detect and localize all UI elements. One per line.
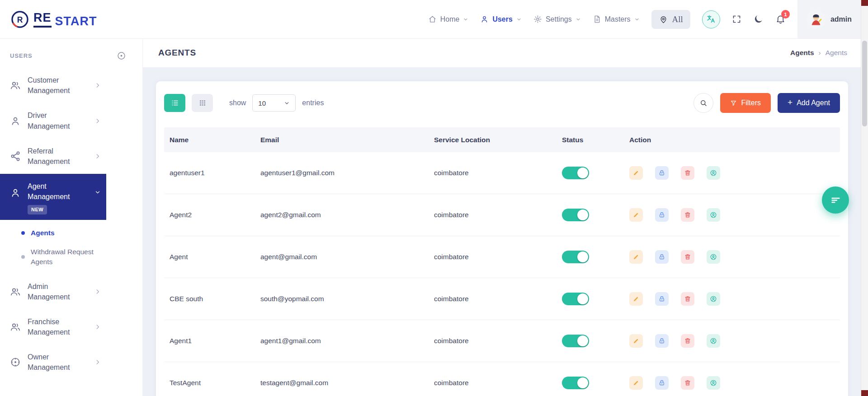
status-toggle[interactable] <box>562 335 589 347</box>
lock-button[interactable] <box>655 334 669 348</box>
filters-button[interactable]: Filters <box>720 93 771 113</box>
cell-name: TestAgent <box>164 379 255 387</box>
agent-profile-button[interactable] <box>707 334 720 348</box>
fullscreen-icon <box>732 14 741 24</box>
nav-settings[interactable]: Settings <box>533 15 581 23</box>
search-button[interactable] <box>693 93 713 113</box>
edit-button[interactable] <box>629 166 643 180</box>
agent-profile-button[interactable] <box>707 376 720 390</box>
sidebar-item-text: Agent Management <box>28 182 70 200</box>
breadcrumb-separator-icon: › <box>819 49 821 57</box>
location-filter-pill[interactable]: All <box>651 10 690 29</box>
sidebar-item-driver-management[interactable]: Driver Management <box>0 103 106 138</box>
status-toggle[interactable] <box>562 377 589 389</box>
cell-email: agent@gmail.com <box>255 253 429 261</box>
edit-button[interactable] <box>629 292 643 306</box>
sidebar-item-admin-management[interactable]: Admin Management <box>0 274 106 309</box>
add-agent-button[interactable]: + Add Agent <box>778 93 840 113</box>
user-circle-icon <box>710 295 717 303</box>
chevron-right-icon <box>94 82 101 89</box>
nav-masters[interactable]: Masters <box>593 15 640 23</box>
topbar: R RE START Home Users Settings <box>0 0 861 38</box>
sidebar-item-franchise-management[interactable]: Franchise Management <box>0 309 106 345</box>
sidebar-item-owner-management[interactable]: Owner Management <box>0 345 106 380</box>
status-toggle[interactable] <box>562 251 589 263</box>
pencil-icon <box>632 337 640 345</box>
delete-button[interactable] <box>681 292 694 306</box>
lock-icon <box>658 253 665 261</box>
lock-button[interactable] <box>655 250 669 264</box>
fullscreen-button[interactable] <box>732 14 741 24</box>
agent-profile-button[interactable] <box>707 208 720 222</box>
cell-service-location: coimbatore <box>429 295 557 303</box>
brand-logo[interactable]: R RE START <box>0 9 143 29</box>
scrollbar-up-arrow[interactable] <box>861 0 868 6</box>
brand-text-re: RE <box>33 11 52 28</box>
nav-home[interactable]: Home <box>428 15 469 23</box>
list-view-button[interactable] <box>164 94 185 112</box>
status-toggle[interactable] <box>562 209 589 221</box>
lock-button[interactable] <box>655 376 669 390</box>
sidebar-item-label: Driver Management <box>28 110 82 131</box>
sidebar-subitem-withdrawal-request-agents[interactable]: Withdrawal Request Agents <box>0 242 142 271</box>
sidebar-section-header: USERS <box>0 38 142 68</box>
sidebar-item-customer-management[interactable]: Customer Management <box>0 68 106 103</box>
status-toggle[interactable] <box>562 167 589 179</box>
sidebar-item-referral-management[interactable]: Referral Management <box>0 139 106 174</box>
sidebar-subitem-agents[interactable]: Agents <box>0 224 142 242</box>
pencil-icon <box>632 169 640 177</box>
nav-users[interactable]: Users <box>480 15 521 23</box>
edit-button[interactable] <box>629 376 643 390</box>
brand-roundel-letter: R <box>17 15 23 24</box>
notifications-button[interactable]: 1 <box>775 14 786 24</box>
scrollbar-thumb[interactable] <box>862 41 867 126</box>
delete-button[interactable] <box>681 166 694 180</box>
scrollbar-down-arrow[interactable] <box>861 390 868 396</box>
agent-profile-button[interactable] <box>707 250 720 264</box>
lock-icon <box>658 379 665 387</box>
agent-profile-button[interactable] <box>707 166 720 180</box>
lock-button[interactable] <box>655 292 669 306</box>
delete-button[interactable] <box>681 334 694 348</box>
edit-button[interactable] <box>629 208 643 222</box>
trash-icon <box>684 295 691 303</box>
sidebar-pin-toggle-icon[interactable] <box>117 51 126 61</box>
sidebar: USERS Customer Management Driver Managem… <box>0 38 143 396</box>
edit-button[interactable] <box>629 334 643 348</box>
status-toggle[interactable] <box>562 293 589 305</box>
delete-button[interactable] <box>681 376 694 390</box>
column-header-action: Action <box>624 136 840 144</box>
location-filter-value: All <box>672 14 683 24</box>
grid-view-button[interactable] <box>192 94 213 112</box>
translate-button[interactable] <box>702 10 720 28</box>
delete-button[interactable] <box>681 250 694 264</box>
page-size-select[interactable]: 10 <box>252 94 296 112</box>
cell-service-location: coimbatore <box>429 211 557 219</box>
lock-button[interactable] <box>655 166 669 180</box>
lock-button[interactable] <box>655 208 669 222</box>
user-name: admin <box>830 15 852 23</box>
edit-button[interactable] <box>629 250 643 264</box>
cell-email: testagent@gmail.com <box>255 379 429 387</box>
share-icon <box>10 151 21 162</box>
translate-icon <box>706 14 716 24</box>
dark-mode-button[interactable] <box>753 14 764 24</box>
breadcrumb-parent[interactable]: Agents <box>790 49 814 57</box>
user-menu[interactable]: admin <box>797 0 861 38</box>
top-navigation: Home Users Settings Masters All <box>428 0 861 38</box>
sidebar-item-agent-management[interactable]: Agent Management NEW <box>0 174 106 220</box>
customizer-toggle-button[interactable] <box>822 186 849 214</box>
sidebar-item-label: Customer Management <box>28 75 82 96</box>
delete-button[interactable] <box>681 208 694 222</box>
toggle-knob <box>577 252 588 262</box>
filter-funnel-icon <box>730 100 737 107</box>
cell-service-location: coimbatore <box>429 379 557 387</box>
entries-label: entries <box>302 99 324 107</box>
table-row: agentuser1 agentuser1@gmail.com coimbato… <box>164 152 840 194</box>
nav-masters-label: Masters <box>605 15 631 23</box>
agent-profile-button[interactable] <box>707 292 720 306</box>
user-circle-icon <box>710 253 717 261</box>
trash-icon <box>684 379 691 387</box>
sidebar-subitem-label: Agents <box>31 228 94 238</box>
cell-name: Agent <box>164 253 255 261</box>
